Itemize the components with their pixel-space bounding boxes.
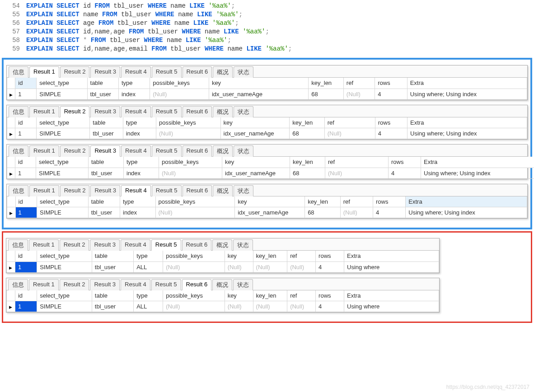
cell-id[interactable]: 1 <box>15 89 37 99</box>
cell-extra[interactable]: Using where; Using index <box>407 89 527 99</box>
tab-result1[interactable]: Result 1 <box>29 239 59 251</box>
col-header-extra[interactable]: Extra <box>407 78 527 89</box>
tab-result6[interactable]: Result 6 <box>183 106 212 117</box>
col-header-rows[interactable]: rows <box>375 78 407 89</box>
cell-key[interactable]: idx_user_nameAge <box>209 89 308 99</box>
col-header-key_len[interactable]: key_len <box>305 196 341 207</box>
tab-result6[interactable]: Result 6 <box>183 185 212 196</box>
tab-result5[interactable]: Result 5 <box>151 279 181 290</box>
col-header-type[interactable]: type <box>118 78 150 89</box>
col-header-id[interactable]: id <box>15 196 37 207</box>
tab-信息[interactable]: 信息 <box>8 279 28 290</box>
col-header-possible_keys[interactable]: possible_keys <box>156 117 220 128</box>
cell-ref[interactable]: (Null) <box>343 89 375 99</box>
col-header-rows[interactable]: rows <box>373 196 405 207</box>
tab-result3[interactable]: Result 3 <box>90 106 120 117</box>
cell-ref[interactable]: (Null) <box>340 207 373 218</box>
table-row[interactable]: 1SIMPLEtbl_userindex(Null)idx_user_nameA… <box>7 168 534 178</box>
col-header-key[interactable]: key <box>225 251 253 261</box>
tab-概况[interactable]: 概况 <box>213 185 233 196</box>
tab-信息[interactable]: 信息 <box>9 145 28 157</box>
editor-line[interactable]: 57EXPLAIN SELECT id,name,age FROM tbl_us… <box>0 28 534 36</box>
tab-状态[interactable]: 状态 <box>234 185 253 196</box>
col-header-key[interactable]: key <box>220 117 290 128</box>
cell-table[interactable]: tbl_user <box>90 128 123 139</box>
col-header-extra[interactable]: Extra <box>344 251 439 261</box>
table-row[interactable]: 1SIMPLEtbl_userALL(Null)(Null)(Null)(Nul… <box>7 301 439 312</box>
col-header-select_type[interactable]: select_type <box>36 157 89 168</box>
cell-table[interactable]: tbl_user <box>88 207 120 218</box>
tab-result3[interactable]: Result 3 <box>90 279 120 290</box>
cell-key[interactable]: idx_user_nameAge <box>220 128 290 139</box>
tab-概况[interactable]: 概况 <box>213 66 233 78</box>
col-header-ref[interactable]: ref <box>287 290 316 301</box>
col-header-key[interactable]: key <box>235 196 305 207</box>
cell-possible_keys[interactable]: (Null) <box>159 168 222 178</box>
col-header-rows[interactable]: rows <box>375 117 407 128</box>
cell-rows[interactable]: 4 <box>375 89 407 99</box>
cell-possible_keys[interactable]: (Null) <box>163 301 225 312</box>
tab-信息[interactable]: 信息 <box>8 239 28 251</box>
tab-result2[interactable]: Result 2 <box>60 106 90 117</box>
table-row[interactable]: 1SIMPLEtbl_userindex(Null)idx_user_nameA… <box>7 128 527 139</box>
cell-rows[interactable]: 4 <box>389 168 421 178</box>
col-header-extra[interactable]: Extra <box>406 196 527 207</box>
col-header-possible_keys[interactable]: possible_keys <box>150 78 209 89</box>
cell-id[interactable]: 1 <box>15 168 36 178</box>
tab-result4[interactable]: Result 4 <box>121 279 150 290</box>
cell-key[interactable]: (Null) <box>225 301 253 312</box>
tab-result4[interactable]: Result 4 <box>121 185 151 196</box>
cell-extra[interactable]: Using where; Using index <box>406 207 527 218</box>
cell-possible_keys[interactable]: (Null) <box>163 261 225 272</box>
cell-type[interactable]: ALL <box>134 261 163 272</box>
cell-type[interactable]: ALL <box>134 301 163 312</box>
code-text[interactable]: EXPLAIN SELECT id,name,age FROM tbl_user… <box>26 28 269 36</box>
tab-result4[interactable]: Result 4 <box>121 145 151 157</box>
editor-line[interactable]: 56EXPLAIN SELECT age FROM tbl_user WHERE… <box>0 19 534 28</box>
cell-type[interactable]: index <box>124 168 159 178</box>
tab-概况[interactable]: 概况 <box>212 279 232 290</box>
tab-result2[interactable]: Result 2 <box>60 185 90 196</box>
col-header-ref[interactable]: ref <box>325 157 389 168</box>
cell-extra[interactable]: Using where; Using index <box>421 168 534 178</box>
cell-extra[interactable]: Using where; Using index <box>408 128 527 139</box>
cell-select_type[interactable]: SIMPLE <box>36 168 89 178</box>
cell-rows[interactable]: 4 <box>316 261 344 272</box>
explain-grid[interactable]: idselect_typetabletypepossible_keyskeyke… <box>7 157 534 179</box>
col-header-possible_keys[interactable]: possible_keys <box>163 251 225 261</box>
cell-key[interactable]: idx_user_nameAge <box>235 207 305 218</box>
tab-result3[interactable]: Result 3 <box>90 145 120 157</box>
col-header-table[interactable]: table <box>87 78 118 89</box>
cell-key[interactable]: idx_user_nameAge <box>222 168 290 178</box>
col-header-key_len[interactable]: key_len <box>253 290 287 301</box>
col-header-possible_keys[interactable]: possible_keys <box>163 290 225 301</box>
cell-type[interactable]: index <box>123 128 156 139</box>
cell-table[interactable]: tbl_user <box>92 261 133 272</box>
tab-result4[interactable]: Result 4 <box>121 106 151 117</box>
cell-id[interactable]: 1 <box>15 261 37 272</box>
cell-key_len[interactable]: 68 <box>290 168 325 178</box>
tab-概况[interactable]: 概况 <box>212 239 232 251</box>
table-row[interactable]: 1SIMPLEtbl_userindex(Null)idx_user_nameA… <box>7 207 527 218</box>
tab-result1[interactable]: Result 1 <box>29 66 59 78</box>
tab-result6[interactable]: Result 6 <box>182 239 212 251</box>
tab-result2[interactable]: Result 2 <box>60 239 89 251</box>
cell-rows[interactable]: 4 <box>375 128 407 139</box>
editor-line[interactable]: 58EXPLAIN SELECT * FROM tbl_user WHERE n… <box>0 36 534 45</box>
tab-result5[interactable]: Result 5 <box>152 185 182 196</box>
col-header-key_len[interactable]: key_len <box>290 157 325 168</box>
cell-extra[interactable]: Using where <box>344 261 439 272</box>
col-header-key[interactable]: key <box>222 157 290 168</box>
col-header-key_len[interactable]: key_len <box>253 251 287 261</box>
tab-result5[interactable]: Result 5 <box>152 145 182 157</box>
cell-key_len[interactable]: (Null) <box>253 301 287 312</box>
cell-select_type[interactable]: SIMPLE <box>37 261 92 272</box>
tab-概况[interactable]: 概况 <box>213 106 233 117</box>
col-header-id[interactable]: id <box>15 117 37 128</box>
table-row[interactable]: 1SIMPLEtbl_userALL(Null)(Null)(Null)(Nul… <box>7 261 439 272</box>
cell-key_len[interactable]: (Null) <box>253 261 287 272</box>
tab-状态[interactable]: 状态 <box>233 239 253 251</box>
tab-result6[interactable]: Result 6 <box>183 145 212 157</box>
col-header-key_len[interactable]: key_len <box>290 117 324 128</box>
tab-状态[interactable]: 状态 <box>234 66 253 78</box>
